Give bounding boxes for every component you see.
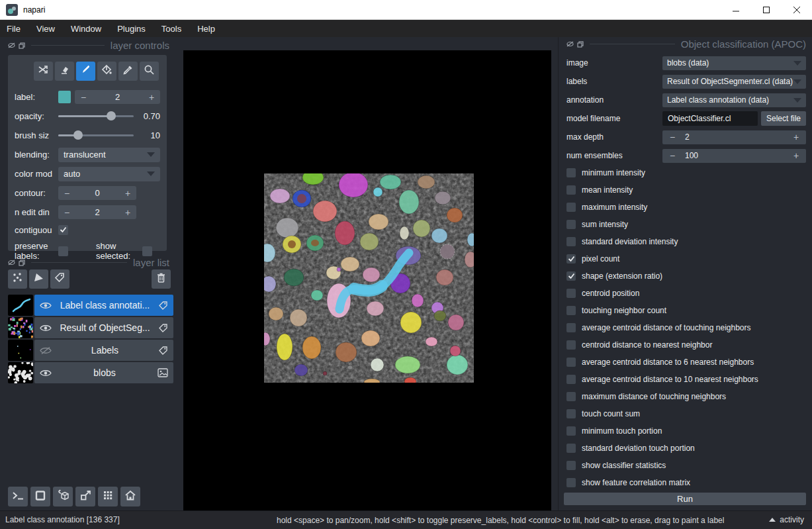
feature-checkbox[interactable]	[566, 426, 576, 436]
feature-checkbox[interactable]	[566, 254, 576, 264]
hide-dock-icon[interactable]	[566, 41, 574, 47]
shuffle-colors-tool-button[interactable]	[34, 62, 53, 81]
roll-dimensions-button[interactable]	[53, 487, 73, 506]
transpose-dimensions-button[interactable]	[75, 487, 95, 506]
layer-row[interactable]: Labels	[34, 340, 173, 361]
label-value[interactable]: 2	[92, 92, 143, 102]
activity-button[interactable]: activity	[769, 515, 804, 524]
minimize-button[interactable]	[721, 0, 751, 19]
feature-checkbox[interactable]	[566, 461, 576, 470]
feature-checkbox[interactable]	[566, 289, 576, 298]
new-labels-layer-button[interactable]	[50, 269, 69, 289]
feature-checkbox[interactable]	[566, 203, 576, 212]
layer-controls-panel: label: − 2 + opacity: 0.70 brush siz 10 …	[8, 55, 167, 251]
blending-dropdown[interactable]: translucent	[58, 148, 160, 162]
fill-bucket-tool-button[interactable]	[97, 62, 116, 81]
menu-view[interactable]: View	[36, 24, 55, 34]
feature-checkbox[interactable]	[566, 237, 576, 246]
annotation-dropdown[interactable]: Label class annotation (data)	[662, 93, 806, 107]
maximize-button[interactable]	[751, 0, 782, 19]
eye-visible-icon[interactable]	[40, 301, 52, 310]
contour-decrement-button[interactable]: −	[58, 188, 75, 199]
preserve-labels-checkbox[interactable]	[58, 246, 68, 256]
feature-checkbox[interactable]	[566, 358, 576, 367]
label-decrement-button[interactable]: −	[75, 92, 92, 103]
image-dropdown[interactable]: blobs (data)	[662, 56, 806, 70]
blobs-image[interactable]	[264, 173, 474, 383]
console-button[interactable]	[8, 487, 28, 506]
color-mode-dropdown[interactable]: auto	[58, 167, 160, 181]
new-points-layer-button[interactable]	[8, 269, 27, 289]
feature-touch-count-sum: touch count sum	[566, 408, 806, 420]
feature-checkbox[interactable]	[566, 168, 576, 177]
decrement-button[interactable]: −	[662, 150, 682, 161]
eraser-tool-button[interactable]	[55, 62, 74, 81]
layer-row[interactable]: blobs	[34, 362, 173, 383]
plugin-dock: Object classification (APOC) imageblobs …	[558, 37, 812, 510]
eye-visible-icon[interactable]	[40, 324, 52, 332]
menu-tools[interactable]: Tools	[161, 24, 181, 34]
hide-dock-icon[interactable]	[8, 42, 15, 48]
run-button[interactable]: Run	[564, 493, 806, 505]
menu-help[interactable]: Help	[197, 24, 215, 34]
n-edit-dim-increment-button[interactable]: +	[119, 207, 136, 218]
spin-value[interactable]: 100	[682, 151, 786, 160]
n-edit-dim-value[interactable]: 2	[75, 207, 119, 217]
home-reset-view-button[interactable]	[120, 487, 140, 506]
labels-layer-icon	[158, 346, 168, 356]
contour-increment-button[interactable]: +	[119, 188, 136, 199]
feature-checkbox[interactable]	[566, 340, 576, 350]
select-file-button[interactable]: Select file	[761, 111, 806, 126]
feature-checkbox[interactable]	[566, 220, 576, 229]
viewer-canvas[interactable]	[183, 50, 551, 510]
new-shapes-layer-button[interactable]	[29, 269, 48, 289]
eye-hidden-icon[interactable]	[40, 346, 52, 355]
eye-visible-icon[interactable]	[40, 369, 52, 377]
layer-row[interactable]: Result of ObjectSeg...	[34, 317, 173, 338]
float-dock-icon[interactable]	[19, 42, 25, 49]
increment-button[interactable]: +	[786, 150, 806, 161]
paintbrush-tool-button[interactable]	[76, 62, 95, 81]
layer-name: blobs	[52, 367, 158, 378]
color-picker-tool-button[interactable]	[118, 62, 138, 81]
close-button[interactable]	[782, 0, 812, 19]
contiguous-checkbox[interactable]	[58, 225, 68, 235]
feature-label: centroid position	[582, 289, 639, 298]
menu-plugins[interactable]: Plugins	[117, 24, 146, 34]
feature-checkbox[interactable]	[566, 306, 576, 315]
float-dock-icon[interactable]	[577, 41, 584, 48]
layer-row[interactable]: Label class annotati...	[34, 295, 173, 316]
decrement-button[interactable]: −	[662, 132, 682, 142]
feature-checkbox[interactable]	[566, 392, 576, 401]
feature-checkbox[interactable]	[566, 185, 576, 195]
feature-checkbox[interactable]	[566, 409, 576, 418]
label-color-swatch[interactable]	[58, 91, 71, 103]
feature-checkbox[interactable]	[566, 271, 576, 281]
hide-dock-icon[interactable]	[8, 260, 15, 265]
feature-checkbox[interactable]	[566, 444, 576, 453]
toggle-2d-3d-button[interactable]	[30, 487, 50, 506]
brush-size-slider[interactable]	[58, 128, 134, 142]
opacity-slider-handle[interactable]	[107, 111, 116, 120]
labels-dropdown[interactable]: Result of ObjectSegmenter.cl (data)	[662, 75, 806, 89]
spin-value[interactable]: 2	[682, 132, 786, 142]
brush-size-slider-handle[interactable]	[73, 130, 83, 140]
float-dock-icon[interactable]	[19, 260, 25, 266]
menu-file[interactable]: File	[7, 24, 21, 34]
increment-button[interactable]: +	[786, 132, 806, 142]
feature-checkbox[interactable]	[566, 478, 576, 487]
show-selected-checkbox[interactable]	[142, 246, 152, 256]
n-edit-dim-decrement-button[interactable]: −	[58, 207, 75, 218]
label-increment-button[interactable]: +	[143, 92, 160, 103]
pan-zoom-tool-button[interactable]	[140, 62, 159, 81]
grid-view-button[interactable]	[98, 487, 118, 506]
n-edit-dim-label: n edit din	[15, 207, 58, 217]
contour-value[interactable]: 0	[75, 188, 119, 198]
model-filename-input[interactable]: ObjectClassifier.cl	[662, 111, 758, 126]
feature-checkbox[interactable]	[566, 323, 576, 332]
opacity-slider[interactable]	[58, 109, 134, 123]
feature-checkbox[interactable]	[566, 375, 576, 384]
delete-layer-button[interactable]	[152, 269, 171, 289]
feature-centroid-distance-to-nearest-neighbor: centroid distance to nearest neighbor	[566, 339, 806, 351]
menu-window[interactable]: Window	[71, 24, 101, 34]
